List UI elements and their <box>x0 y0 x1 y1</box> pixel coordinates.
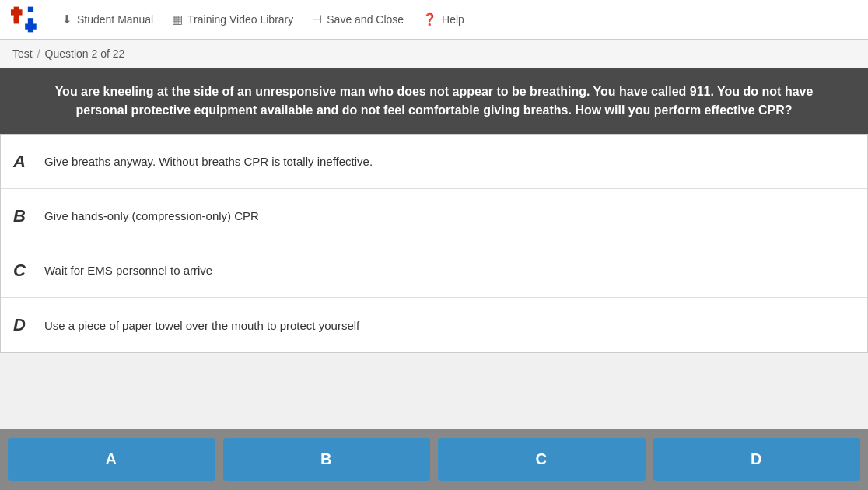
svg-rect-5 <box>28 7 33 12</box>
svg-rect-4 <box>14 18 19 23</box>
answers-list: A Give breaths anyway. Without breaths C… <box>0 134 868 353</box>
answer-letter-c: C <box>13 261 44 281</box>
answer-text-c: Wait for EMS personnel to arrive <box>44 262 212 278</box>
answer-option-c[interactable]: C Wait for EMS personnel to arrive <box>1 243 867 298</box>
nav-student-manual[interactable]: ⬇ Student Manual <box>62 12 153 26</box>
answer-letter-b: B <box>13 206 44 226</box>
student-manual-label: Student Manual <box>77 13 153 26</box>
help-label: Help <box>442 13 464 26</box>
answer-option-b[interactable]: B Give hands-only (compression-only) CPR <box>1 189 867 243</box>
answer-option-a[interactable]: A Give breaths anyway. Without breaths C… <box>1 135 867 189</box>
nav-save-and-close[interactable]: ⊣ Save and Close <box>312 12 404 26</box>
help-icon: ❓ <box>422 12 437 26</box>
save-close-label: Save and Close <box>327 13 404 26</box>
main-content: You are kneeling at the side of an unres… <box>0 68 868 353</box>
answer-letter-d: D <box>13 315 44 335</box>
breadcrumb-separator: / <box>37 47 40 60</box>
svg-rect-3 <box>25 23 37 29</box>
answer-text-b: Give hands-only (compression-only) CPR <box>44 208 259 224</box>
video-icon: ▦ <box>172 12 183 26</box>
svg-rect-1 <box>11 9 23 15</box>
training-video-label: Training Video Library <box>187 13 293 26</box>
footer-btn-a[interactable]: A <box>8 438 215 481</box>
save-icon: ⊣ <box>312 12 322 26</box>
breadcrumb-current: Question 2 of 22 <box>45 47 125 60</box>
question-text: You are kneeling at the side of an unres… <box>0 68 868 134</box>
footer-btn-c[interactable]: C <box>438 438 646 481</box>
footer-btn-d[interactable]: D <box>653 438 861 481</box>
breadcrumb: Test / Question 2 of 22 <box>0 40 868 68</box>
header: ⬇ Student Manual ▦ Training Video Librar… <box>0 0 868 40</box>
nav-training-video-library[interactable]: ▦ Training Video Library <box>172 12 293 26</box>
footer-btn-b[interactable]: B <box>223 438 431 481</box>
answer-option-d[interactable]: D Use a piece of paper towel over the mo… <box>1 298 867 352</box>
answer-letter-a: A <box>13 152 44 172</box>
answer-text-a: Give breaths anyway. Without breaths CPR… <box>44 153 373 170</box>
footer-answer-buttons: A B C D <box>0 429 868 490</box>
answer-text-d: Use a piece of paper towel over the mout… <box>44 317 359 334</box>
app-logo <box>9 4 44 35</box>
breadcrumb-root: Test <box>12 47 33 60</box>
download-icon: ⬇ <box>62 12 72 26</box>
nav-help[interactable]: ❓ Help <box>422 12 464 26</box>
